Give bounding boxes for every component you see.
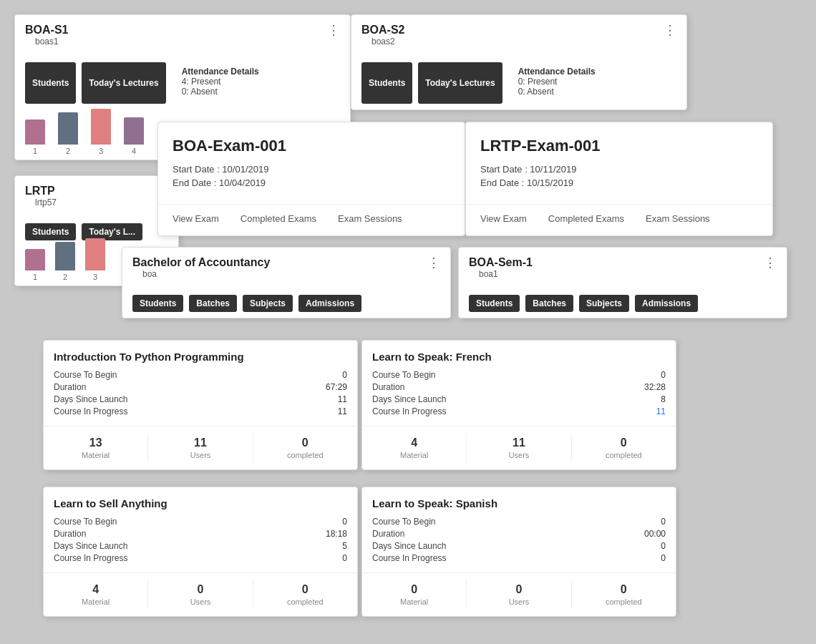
sell-material-col: 4 Material (44, 580, 148, 609)
python-stat-begin-val: 0 (342, 370, 347, 380)
sell-stat-progress-val: 0 (342, 553, 347, 563)
sell-course-card: Learn to Sell Anything Course To Begin 0… (43, 487, 358, 617)
french-stats: Course To Begin 0 Duration 32:28 Days Si… (362, 370, 676, 426)
python-stat-begin: Course To Begin 0 (54, 370, 347, 380)
french-stat-duration: Duration 32:28 (372, 382, 666, 392)
sell-users-num: 0 (148, 583, 252, 596)
bar-1 (25, 119, 45, 145)
boa-prog-card: Bachelor of Accountancy boa ⋮ Students B… (122, 247, 451, 318)
boa-exam-view-link[interactable]: View Exam (173, 213, 219, 224)
boa-prog-menu-icon[interactable]: ⋮ (427, 256, 440, 269)
lrtp-exam-end: End Date : 10/15/2019 (480, 177, 758, 188)
boas1-students-button[interactable]: Students (25, 62, 76, 104)
bar-label-1: 1 (33, 147, 37, 155)
spanish-users-num: 0 (467, 583, 570, 596)
boa-exam-end: End Date : 10/04/2019 (173, 177, 450, 188)
french-stat-days-label: Days Since Launch (372, 394, 446, 404)
bar-label-2: 2 (66, 147, 70, 155)
boa-prog-admissions-button[interactable]: Admissions (298, 295, 361, 312)
python-users-col: 11 Users (148, 434, 253, 462)
spanish-users-col: 0 Users (467, 580, 571, 609)
boas2-menu-icon[interactable]: ⋮ (664, 24, 676, 36)
bar-label-3: 3 (99, 147, 103, 155)
boa-prog-batches-button[interactable]: Batches (189, 295, 237, 312)
lrtp-bar-group-2: 2 (55, 242, 75, 281)
boa-prog-students-button[interactable]: Students (132, 295, 183, 312)
spanish-completed-num: 0 (572, 583, 676, 596)
boas1-subtitle: boas1 (25, 36, 69, 52)
python-users-label: Users (148, 451, 252, 459)
lrtp-exam-sessions-link[interactable]: Exam Sessions (646, 213, 710, 224)
sell-stats: Course To Begin 0 Duration 18:18 Days Si… (44, 517, 357, 572)
sell-stat-duration-val: 18:18 (326, 529, 347, 539)
boa-exam-sessions-link[interactable]: Exam Sessions (338, 213, 402, 224)
sell-material-label: Material (44, 597, 147, 606)
sell-stat-progress-label: Course In Progress (54, 553, 127, 563)
bar-group-2: 2 (58, 112, 78, 155)
sell-stat-days-label: Days Since Launch (54, 541, 127, 551)
sell-material-num: 4 (44, 583, 147, 596)
sell-completed-col: 0 completed (253, 580, 357, 609)
sell-users-col: 0 Users (148, 580, 253, 609)
boa-exam-links: View Exam Completed Exams Exam Sessions (158, 204, 465, 235)
boas2-students-button[interactable]: Students (361, 62, 412, 104)
spanish-stat-begin: Course To Begin 0 (372, 517, 666, 527)
lrtp-exam-view-link[interactable]: View Exam (480, 213, 527, 224)
sell-stat-days-val: 5 (342, 541, 347, 551)
boa-exam-card: BOA-Exam-001 Start Date : 10/01/2019 End… (157, 122, 465, 236)
boa-sem-menu-icon[interactable]: ⋮ (764, 256, 777, 269)
bar-group-1: 1 (25, 119, 45, 155)
python-completed-num: 0 (253, 436, 357, 449)
lrtp-students-button[interactable]: Students (25, 223, 76, 240)
french-completed-col: 0 completed (572, 434, 676, 462)
spanish-title: Learn to Speak: Spanish (362, 487, 676, 517)
lrtp-bar-2 (55, 242, 75, 270)
bar-3 (91, 109, 111, 145)
boa-sem-admissions-button[interactable]: Admissions (635, 295, 698, 312)
lrtp-exam-completed-link[interactable]: Completed Exams (548, 213, 624, 224)
python-stat-duration-val: 67:29 (326, 382, 347, 392)
boas1-menu-icon[interactable]: ⋮ (327, 24, 340, 36)
spanish-material-num: 0 (362, 583, 466, 596)
french-stat-progress-label: Course In Progress (372, 406, 446, 416)
python-stat-progress: Course In Progress 11 (54, 406, 347, 416)
boa-prog-subjects-button[interactable]: Subjects (243, 295, 293, 312)
lrtp-exam-card: LRTP-Exam-001 Start Date : 10/11/2019 En… (465, 122, 773, 236)
boas1-attendance-label: Attendance Details (182, 67, 259, 77)
boa-prog-title: Bachelor of Accountancy (132, 256, 270, 269)
sell-stat-progress: Course In Progress 0 (54, 553, 347, 563)
sell-stat-days: Days Since Launch 5 (54, 541, 347, 551)
lrtp-exam-title: LRTP-Exam-001 (480, 137, 758, 155)
boa-exam-start: Start Date : 10/01/2019 (173, 164, 450, 175)
boa-sem-subjects-button[interactable]: Subjects (579, 295, 629, 312)
french-users-col: 11 Users (467, 434, 571, 462)
python-stat-progress-val: 11 (338, 406, 347, 416)
spanish-stat-progress-val: 0 (661, 553, 666, 563)
boa-sem-students-button[interactable]: Students (469, 295, 520, 312)
bar-group-3: 3 (91, 109, 111, 155)
boas1-header: BOA-S1 boas1 ⋮ (15, 15, 350, 57)
boas2-btn-row: Students Today's Lectures Attendance Det… (351, 57, 686, 109)
spanish-stat-begin-label: Course To Begin (372, 517, 436, 527)
boa-sem-subtitle: boa1 (469, 269, 533, 285)
french-users-num: 11 (467, 436, 570, 449)
french-title: Learn to Speak: French (362, 341, 676, 370)
boa-exam-title: BOA-Exam-001 (173, 137, 450, 155)
boas2-lectures-button[interactable]: Today's Lectures (418, 62, 502, 104)
boa-prog-subtitle: boa (132, 269, 270, 285)
boa-sem-batches-button[interactable]: Batches (525, 295, 573, 312)
boas1-lectures-button[interactable]: Today's Lectures (82, 62, 165, 104)
python-users-num: 11 (148, 436, 252, 449)
lrtp-bar-1 (25, 249, 45, 270)
boas2-attendance-label: Attendance Details (518, 67, 596, 77)
spanish-material-label: Material (362, 597, 466, 606)
python-stats: Course To Begin 0 Duration 67:29 Days Si… (44, 370, 357, 426)
boas1-btn-row: Students Today's Lectures Attendance Det… (15, 57, 350, 109)
boas2-attendance: Attendance Details 0: Present 0: Absent (508, 62, 606, 104)
boa-exam-completed-link[interactable]: Completed Exams (241, 213, 316, 224)
bar-group-4: 4 (124, 117, 144, 155)
python-footer: 13 Material 11 Users 0 completed (44, 426, 357, 469)
french-material-label: Material (362, 451, 466, 459)
spanish-material-col: 0 Material (362, 580, 467, 609)
spanish-completed-col: 0 completed (572, 580, 676, 609)
